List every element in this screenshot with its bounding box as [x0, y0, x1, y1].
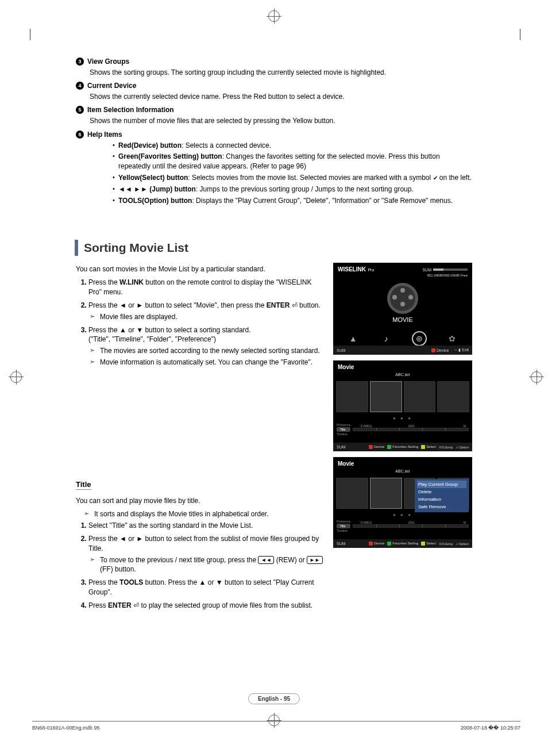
- fig3-sort-bar: Preference Title Timeline SYMBOL ENG M: [333, 519, 472, 534]
- figure-movie-list: Movie ABC.avi ● ● ● Preference Title Tim: [333, 360, 472, 451]
- page: 3 View Groups Shows the sorting groups. …: [0, 0, 548, 756]
- bullet-5-icon: 5: [76, 106, 84, 114]
- tools-popup-menu: Play Current Group Delete Information Sa…: [415, 479, 469, 512]
- ff-icon: ►►: [134, 185, 148, 193]
- music-icon: [379, 331, 393, 346]
- figure-column-2: Movie ABC.avi Play Current Group Delete …: [333, 457, 472, 613]
- title-step-3: Press the TOOLS button. Press the ▲ or ▼…: [88, 578, 326, 597]
- help-item-yellow: Yellow(Select) button: Selects movies fr…: [113, 173, 472, 183]
- fig1-sum-label: SUM: [422, 268, 431, 272]
- section-heading-sorting: Sorting Movie List: [75, 240, 472, 256]
- title-note-2a: To move to the previous / next title gro…: [90, 555, 326, 575]
- sorting-text-column: You can sort movies in the Movie List by…: [76, 263, 326, 451]
- movie-reel-icon: [387, 283, 418, 314]
- item-5-title: Item Selection Information: [87, 106, 174, 114]
- footer-timestamp: 2008-07-18 �� 10:25:07: [461, 725, 520, 731]
- enter-icon: ⏎: [133, 601, 139, 609]
- help-item-jump: ◄◄ ►► (Jump) button: Jumps to the previo…: [113, 185, 472, 194]
- fig2-filename: ABC.avi: [333, 373, 472, 377]
- figure-movie-list-tools: Movie ABC.avi Play Current Group Delete …: [333, 457, 472, 548]
- sorting-step-1: Press the W.LINK button on the remote co…: [88, 278, 326, 297]
- menu-item-play-group: Play Current Group: [417, 481, 466, 488]
- fig3-title: Movie: [333, 457, 472, 468]
- sorting-steps: Press the W.LINK button on the remote co…: [76, 278, 326, 367]
- fig2-title: Movie: [333, 360, 472, 371]
- figure-column-1: WISELINK Pro SUM 851.98MB/995.00MB Free …: [333, 263, 472, 451]
- crop-mark-right: [531, 371, 542, 385]
- fig3-foot-sum: SUM: [337, 542, 346, 546]
- item-3-desc: Shows the sorting groups. The sorting gr…: [90, 68, 472, 77]
- enter-icon: ⏎: [292, 301, 298, 309]
- bullet-6-icon: 6: [76, 131, 84, 139]
- thumbnail-selected: [370, 478, 402, 509]
- thumbnail: [336, 381, 368, 412]
- item-6: 6 Help Items: [76, 131, 472, 139]
- item-5: 5 Item Selection Information: [76, 106, 472, 114]
- fig2-foot-sum: SUM: [337, 445, 346, 449]
- rew-icon: ◄◄: [118, 185, 132, 193]
- item-5-desc: Shows the number of movie files that are…: [90, 116, 472, 125]
- figure-wiselink-menu: WISELINK Pro SUM 851.98MB/995.00MB Free …: [333, 263, 472, 355]
- rew-key-icon: ◄◄: [258, 556, 274, 564]
- item-4-title: Current Device: [87, 82, 136, 90]
- item-3: 3 View Groups: [76, 57, 472, 66]
- bullet-4-icon: 4: [76, 82, 84, 90]
- menu-item-information: Information: [417, 496, 466, 503]
- item-6-title: Help Items: [87, 131, 122, 139]
- sub-heading-title: Title: [76, 480, 91, 490]
- footer-line: [32, 721, 520, 722]
- crop-mark-top: [268, 10, 280, 24]
- fig2-dots: ● ● ●: [333, 416, 472, 421]
- sorting-note-2a: Movie files are displayed.: [90, 312, 326, 322]
- title-note-1: It sorts and displays the Movie titles i…: [84, 509, 326, 519]
- title-steps: Select "Title" as the sorting standard i…: [76, 521, 326, 610]
- fig1-wiselink-label: WISELINK: [338, 266, 366, 273]
- title-step-2: Press the ◄ or ► button to select from t…: [88, 534, 326, 574]
- crop-mark-left: [10, 371, 22, 385]
- fig1-free-space: 851.98MB/995.00MB Free: [333, 274, 472, 277]
- help-item-green: Green(Favorites Setting) button: Changes…: [113, 152, 472, 171]
- crop-line-right: [520, 29, 520, 40]
- item-4: 4 Current Device: [76, 82, 472, 90]
- crop-mark-bottom: [268, 715, 280, 728]
- page-number: English - 95: [248, 693, 300, 704]
- thumbnail: [404, 381, 436, 412]
- title-step-4: Press ENTER ⏎ to play the selected group…: [88, 601, 326, 611]
- footer-filename: BN68-01691A-00Eng.indb 95: [32, 725, 100, 731]
- fig3-dots: ● ● ●: [333, 512, 472, 517]
- crop-line-left: [30, 29, 30, 40]
- help-item-tools: TOOLS(Option) button: Displays the "Play…: [113, 196, 472, 206]
- fig1-movie-label: MOVIE: [333, 316, 472, 323]
- bullet-3-icon: 3: [76, 57, 84, 66]
- menu-item-safe-remove: Safe Remove: [417, 503, 466, 511]
- photo-icon: [346, 331, 361, 346]
- fig1-storage-bar: [433, 268, 468, 271]
- thumbnail: [437, 381, 469, 412]
- red-square-icon: [431, 348, 435, 352]
- help-items-list: Red(Device) button: Selects a connected …: [90, 141, 472, 206]
- setup-icon: [445, 331, 460, 346]
- sorting-note-3a: The movies are sorted according to the n…: [90, 346, 326, 356]
- menu-item-delete: Delete: [417, 488, 466, 496]
- sorting-note-3b: Movie information is automatically set. …: [90, 358, 326, 367]
- item-4-desc: Shows the currently selected device name…: [90, 92, 472, 101]
- help-item-red: Red(Device) button: Selects a connected …: [113, 141, 472, 151]
- ff-key-icon: ►►: [307, 556, 323, 564]
- content: 3 View Groups Shows the sorting groups. …: [76, 57, 472, 614]
- title-intro: You can sort and play movie files by tit…: [76, 497, 326, 505]
- sorting-step-3: Press the ▲ or ▼ button to select a sort…: [88, 325, 326, 367]
- fig2-sort-bar: Preference Title Timeline SYMBOL ENG M: [333, 422, 472, 437]
- title-step-1: Select "Title" as the sorting standard i…: [88, 521, 326, 531]
- fig1-foot-sum: SUM: [337, 348, 346, 352]
- fig3-filename: ABC.avi: [333, 469, 472, 473]
- thumbnail-selected: [370, 381, 402, 412]
- fig2-thumbnails: [333, 379, 472, 415]
- title-text-column: Title You can sort and play movie files …: [76, 457, 326, 613]
- movie-icon: [412, 331, 427, 346]
- sorting-step-2: Press the ◄ or ► button to select "Movie…: [88, 301, 326, 322]
- thumbnail: [336, 478, 368, 509]
- check-icon: ✔: [433, 175, 438, 181]
- sorting-intro: You can sort movies in the Movie List by…: [76, 265, 326, 273]
- item-3-title: View Groups: [87, 57, 129, 66]
